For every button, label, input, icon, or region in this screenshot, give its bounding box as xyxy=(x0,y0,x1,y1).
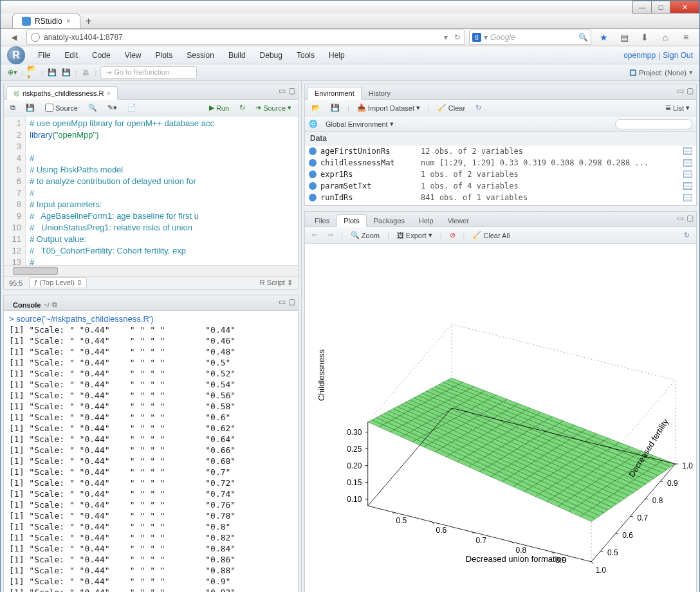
console-tab[interactable]: Console ~/ ⧉ xyxy=(6,299,64,311)
env-row[interactable]: paramSetTxt1 obs. of 4 variables xyxy=(305,180,696,192)
surface-plot: 0.50.60.70.80.91.00.50.60.70.80.91.00.10… xyxy=(305,268,696,576)
new-file-icon[interactable]: ⊕▾ xyxy=(7,68,17,78)
menu-file[interactable]: File xyxy=(32,48,57,62)
source-on-save[interactable]: Source xyxy=(42,103,80,113)
source-tab[interactable]: ◎ riskpaths_childlessness.R × xyxy=(6,86,118,100)
plot-tab-help[interactable]: Help xyxy=(412,214,441,227)
plot-tab-files[interactable]: Files xyxy=(308,214,336,227)
pane-collapse-icon[interactable]: ▭ xyxy=(677,214,684,223)
svg-text:0.6: 0.6 xyxy=(436,526,447,535)
back-button[interactable]: ◄ xyxy=(6,29,23,46)
load-ws-icon[interactable]: 📂 xyxy=(309,103,323,113)
export-button[interactable]: 🖼 Export▾ xyxy=(394,230,435,240)
bookmark-button[interactable]: ★ xyxy=(595,29,612,46)
save-ws-icon[interactable]: 💾 xyxy=(328,103,342,113)
menu-code[interactable]: Code xyxy=(86,48,117,62)
menu-debug[interactable]: Debug xyxy=(253,48,289,62)
console-output[interactable]: > source('~/riskpaths_childlessness.R') … xyxy=(4,311,298,592)
menu-view[interactable]: View xyxy=(118,48,148,62)
menu-help[interactable]: Help xyxy=(322,48,351,62)
search-field[interactable]: 8 ▾ Google 🔍 xyxy=(469,30,591,45)
code-editor[interactable]: 1234567891011121314151617 # use openMpp … xyxy=(4,116,298,265)
pane-collapse-icon[interactable]: ▭ xyxy=(279,86,286,95)
pane-max-icon[interactable]: ▢ xyxy=(288,86,295,95)
home-button[interactable]: ⌂ xyxy=(657,29,674,46)
close-button[interactable]: ✕ xyxy=(670,1,699,14)
url-field[interactable]: anatoly-xu1404-1:8787 ▾ ↻ xyxy=(26,30,465,45)
env-view-toggle[interactable]: ≣ List▾ xyxy=(663,103,692,113)
print-icon[interactable]: 🖶 xyxy=(81,68,91,78)
run-button[interactable]: ▶ Run xyxy=(207,103,232,113)
remove-plot-icon[interactable]: ⊘ xyxy=(447,230,458,240)
wand-icon[interactable]: ✎▾ xyxy=(105,103,120,113)
svg-text:1.0: 1.0 xyxy=(682,461,693,470)
library-button[interactable]: ▤ xyxy=(616,29,632,46)
compile-icon[interactable]: 📄 xyxy=(125,103,139,113)
menu-plots[interactable]: Plots xyxy=(149,48,180,62)
find-icon[interactable]: 🔍 xyxy=(86,103,100,113)
env-row[interactable]: expr1Rs1 obs. of 2 variables xyxy=(305,169,696,180)
env-row[interactable]: ageFirstUnionRs12 obs. of 2 variables xyxy=(305,145,696,157)
popout-icon[interactable]: ⧉ xyxy=(8,103,18,113)
browser-tab[interactable]: RStudio × xyxy=(12,14,80,28)
import-dataset-button[interactable]: 📥 Import Dataset▾ xyxy=(355,103,423,113)
minimize-button[interactable]: — xyxy=(632,1,652,14)
data-icon xyxy=(309,182,317,190)
editor-hscroll[interactable] xyxy=(4,265,298,276)
menu-button[interactable]: ≡ xyxy=(677,29,694,46)
clear-env-button[interactable]: 🧹 Clear xyxy=(435,103,468,113)
save-source-icon[interactable]: 💾 xyxy=(23,103,37,113)
svg-line-417 xyxy=(591,562,593,564)
env-row[interactable]: runIdRs841 obs. of 1 variables xyxy=(305,192,696,203)
scope-selector[interactable]: ƒ (Top Level) ⇕ xyxy=(29,277,87,288)
refresh-env-icon[interactable]: ↻ xyxy=(473,103,484,113)
view-grid-icon[interactable] xyxy=(683,159,692,167)
plot-prev-icon[interactable]: ⇐ xyxy=(309,230,320,240)
lang-selector[interactable]: R Script ⇕ xyxy=(260,279,293,287)
menu-session[interactable]: Session xyxy=(180,48,221,62)
env-scope-selector[interactable]: Global Environment▾ xyxy=(323,119,396,129)
plot-tab-plots[interactable]: Plots xyxy=(336,214,366,227)
open-file-icon[interactable]: 📂▾ xyxy=(27,68,37,78)
new-tab-button[interactable]: + xyxy=(80,14,97,28)
env-row[interactable]: childlessnessMatnum [1:29, 1:29] 0.33 0.… xyxy=(305,157,696,169)
pane-max-icon[interactable]: ▢ xyxy=(288,297,295,306)
clear-all-button[interactable]: 🧹 Clear All xyxy=(470,230,512,240)
source-pane: ◎ riskpaths_childlessness.R × ▭▢ ⧉ 💾 Sou… xyxy=(3,84,299,290)
menu-edit[interactable]: Edit xyxy=(58,48,84,62)
pane-max-icon[interactable]: ▢ xyxy=(686,214,694,223)
signout-link[interactable]: Sign Out xyxy=(663,51,693,60)
plot-tab-packages[interactable]: Packages xyxy=(367,214,412,227)
plot-next-icon[interactable]: ⇒ xyxy=(325,230,336,240)
pane-collapse-icon[interactable]: ▭ xyxy=(279,297,286,306)
env-filter-input[interactable] xyxy=(615,119,692,129)
refresh-plot-icon[interactable]: ↻ xyxy=(681,230,692,240)
env-tab-environment[interactable]: Environment xyxy=(308,87,362,100)
plot-tab-viewer[interactable]: Viewer xyxy=(441,214,476,227)
search-icon[interactable]: 🔍 xyxy=(578,33,588,42)
close-tab-icon[interactable]: × xyxy=(107,89,111,97)
downloads-button[interactable]: ⬇ xyxy=(636,29,653,46)
view-grid-icon[interactable] xyxy=(683,147,692,155)
menu-tools[interactable]: Tools xyxy=(290,48,321,62)
maximize-button[interactable]: □ xyxy=(651,1,670,14)
browser-nav: ◄ anatoly-xu1404-1:8787 ▾ ↻ 8 ▾ Google 🔍… xyxy=(1,29,699,46)
view-grid-icon[interactable] xyxy=(683,182,692,190)
view-grid-icon[interactable] xyxy=(683,171,692,178)
save-all-icon[interactable]: 💾 xyxy=(61,68,71,78)
console-popout-icon[interactable]: ⧉ xyxy=(52,301,57,309)
view-grid-icon[interactable] xyxy=(683,194,692,201)
env-tab-history[interactable]: History xyxy=(362,87,398,100)
data-icon xyxy=(309,171,317,178)
goto-file-input[interactable]: ➔ Go to file/function xyxy=(100,66,197,79)
zoom-button[interactable]: 🔍 Zoom xyxy=(348,230,382,240)
pane-collapse-icon[interactable]: ▭ xyxy=(677,86,684,95)
pane-max-icon[interactable]: ▢ xyxy=(686,86,694,95)
menu-build[interactable]: Build xyxy=(222,48,252,62)
save-icon[interactable]: 💾 xyxy=(47,68,57,78)
project-selector[interactable]: 🞐 Project: (None) ▾ xyxy=(629,68,693,77)
editor-status: 95:5 ƒ (Top Level) ⇕ R Script ⇕ xyxy=(4,276,298,289)
tab-close-icon[interactable]: × xyxy=(66,17,71,26)
source-button[interactable]: ➔ Source ▾ xyxy=(253,103,294,113)
rerun-icon[interactable]: ↻ xyxy=(237,103,248,113)
